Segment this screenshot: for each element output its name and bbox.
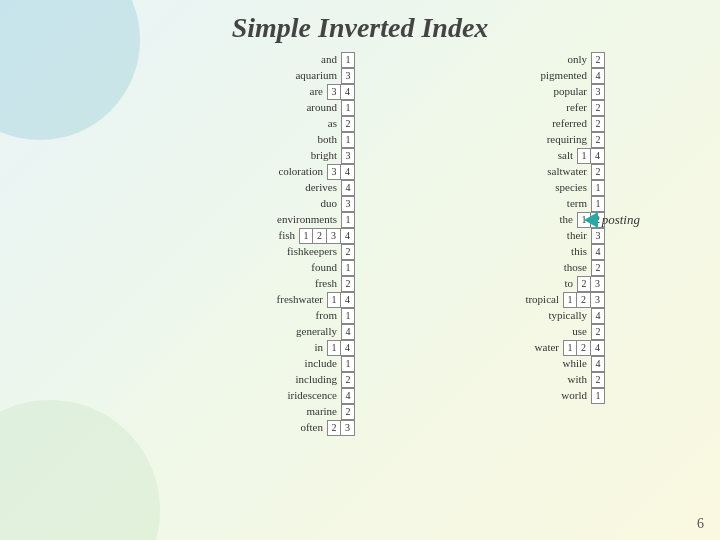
postings-list: 1 xyxy=(341,52,355,68)
annotation-label: posting xyxy=(602,212,640,228)
postings-list: 2 xyxy=(341,404,355,420)
index-row: include1 xyxy=(115,356,355,372)
postings-list: 2 xyxy=(341,244,355,260)
post-box: 1 xyxy=(591,196,605,212)
index-row: environments1 xyxy=(115,212,355,228)
post-box: 4 xyxy=(341,84,355,100)
post-box: 1 xyxy=(299,228,313,244)
index-word: found xyxy=(251,260,341,276)
index-word: derives xyxy=(251,180,341,196)
post-box: 1 xyxy=(591,388,605,404)
postings-list: 14 xyxy=(327,340,355,356)
post-box: 4 xyxy=(591,148,605,164)
index-row: their3 xyxy=(365,228,605,244)
post-box: 4 xyxy=(591,244,605,260)
post-box: 1 xyxy=(341,356,355,372)
index-word: referred xyxy=(501,116,591,132)
postings-list: 3 xyxy=(341,196,355,212)
index-word: fresh xyxy=(251,276,341,292)
post-box: 4 xyxy=(341,228,355,244)
index-row: with2 xyxy=(365,372,605,388)
index-word: requiring xyxy=(501,132,591,148)
content-area: and1aquarium3are34around1as2both1bright3… xyxy=(0,52,720,436)
postings-list: 23 xyxy=(327,420,355,436)
index-word: marine xyxy=(251,404,341,420)
postings-list: 1 xyxy=(591,388,605,404)
postings-list: 4 xyxy=(341,324,355,340)
index-word: typically xyxy=(501,308,591,324)
index-word: generally xyxy=(251,324,341,340)
postings-list: 3 xyxy=(591,84,605,100)
postings-list: 3 xyxy=(591,228,605,244)
page-number: 6 xyxy=(697,516,704,532)
index-word: as xyxy=(251,116,341,132)
post-box: 1 xyxy=(341,132,355,148)
index-row: this4 xyxy=(365,244,605,260)
post-box: 4 xyxy=(341,164,355,180)
postings-list: 3 xyxy=(341,68,355,84)
post-box: 3 xyxy=(341,68,355,84)
postings-list: 4 xyxy=(341,388,355,404)
postings-list: 4 xyxy=(591,308,605,324)
post-box: 3 xyxy=(341,196,355,212)
postings-list: 1 xyxy=(341,212,355,228)
index-row: around1 xyxy=(115,100,355,116)
post-box: 2 xyxy=(577,340,591,356)
index-word: salt xyxy=(487,148,577,164)
post-box: 2 xyxy=(577,292,591,308)
index-word: bright xyxy=(251,148,341,164)
postings-list: 2 xyxy=(591,52,605,68)
post-box: 4 xyxy=(341,324,355,340)
index-word: are xyxy=(237,84,327,100)
index-row: generally4 xyxy=(115,324,355,340)
index-row: as2 xyxy=(115,116,355,132)
index-word: in xyxy=(237,340,327,356)
post-box: 4 xyxy=(341,292,355,308)
arrow-icon xyxy=(584,212,598,228)
posting-annotation: posting xyxy=(584,212,640,228)
index-row: fresh2 xyxy=(115,276,355,292)
post-box: 2 xyxy=(591,132,605,148)
post-box: 3 xyxy=(341,420,355,436)
index-row: world1 xyxy=(365,388,605,404)
postings-list: 1234 xyxy=(299,228,355,244)
postings-list: 2 xyxy=(341,276,355,292)
postings-list: 1 xyxy=(591,196,605,212)
index-row: fish1234 xyxy=(115,228,355,244)
postings-list: 123 xyxy=(563,292,605,308)
index-row: are34 xyxy=(115,84,355,100)
index-word: freshwater xyxy=(237,292,327,308)
postings-list: 4 xyxy=(591,244,605,260)
postings-list: 1 xyxy=(341,100,355,116)
post-box: 1 xyxy=(341,260,355,276)
postings-list: 1 xyxy=(591,180,605,196)
post-box: 4 xyxy=(591,356,605,372)
post-box: 4 xyxy=(341,180,355,196)
post-box: 3 xyxy=(327,164,341,180)
index-word: use xyxy=(501,324,591,340)
right-index-column: only2pigmented4popular3refer2referred2re… xyxy=(365,52,605,436)
index-word: often xyxy=(237,420,327,436)
postings-list: 4 xyxy=(341,180,355,196)
index-word: around xyxy=(251,100,341,116)
index-word: environments xyxy=(251,212,341,228)
post-box: 2 xyxy=(591,52,605,68)
postings-list: 14 xyxy=(327,292,355,308)
post-box: 2 xyxy=(327,420,341,436)
index-row: tropical123 xyxy=(365,292,605,308)
index-word: saltwater xyxy=(501,164,591,180)
postings-list: 23 xyxy=(577,276,605,292)
post-box: 2 xyxy=(591,260,605,276)
index-word: water xyxy=(473,340,563,356)
index-word: with xyxy=(501,372,591,388)
post-box: 2 xyxy=(341,276,355,292)
index-row: use2 xyxy=(365,324,605,340)
index-word: refer xyxy=(501,100,591,116)
postings-list: 34 xyxy=(327,84,355,100)
index-row: refer2 xyxy=(365,100,605,116)
index-row: salt14 xyxy=(365,148,605,164)
index-row: bright3 xyxy=(115,148,355,164)
postings-list: 2 xyxy=(591,132,605,148)
post-box: 2 xyxy=(591,100,605,116)
post-box: 2 xyxy=(591,116,605,132)
